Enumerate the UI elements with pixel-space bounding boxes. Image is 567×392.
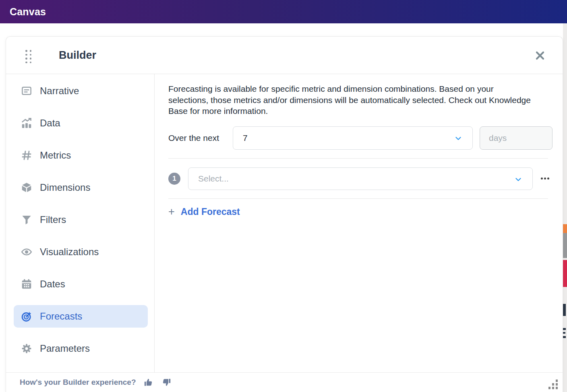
plus-icon: + <box>168 207 175 216</box>
data-icon <box>21 117 33 129</box>
background-fragment <box>563 233 567 258</box>
modal-body: Narrative Data <box>6 74 563 372</box>
close-button[interactable] <box>533 48 547 63</box>
sidebar-item-visualizations[interactable]: Visualizations <box>14 241 148 263</box>
horizon-label: Over the next <box>168 133 226 143</box>
app-topbar: Canvas <box>0 0 567 23</box>
ellipsis-icon <box>544 177 546 179</box>
divider <box>168 158 548 159</box>
modal-header: Builder <box>6 37 563 74</box>
ellipsis-icon <box>547 177 549 179</box>
forecast-metric-select[interactable]: Select... <box>188 167 533 190</box>
background-page-sliver <box>563 23 567 392</box>
chevron-down-icon <box>454 134 463 143</box>
ellipsis-icon <box>541 177 543 179</box>
sidebar-item-label: Narrative <box>40 85 79 97</box>
add-forecast-button[interactable]: + Add Forecast <box>168 206 563 217</box>
horizon-value-select[interactable]: 7 <box>233 126 473 150</box>
sidebar-item-narrative[interactable]: Narrative <box>14 80 148 102</box>
forecast-row: 1 Select... <box>168 167 563 190</box>
chevron-down-icon <box>514 175 523 184</box>
filters-icon <box>21 214 33 226</box>
sidebar-item-label: Filters <box>40 214 66 225</box>
builder-modal: Builder Narrative <box>6 36 563 392</box>
sidebar-item-data[interactable]: Data <box>14 112 148 134</box>
background-fragment <box>563 304 566 316</box>
sidebar-item-label: Metrics <box>40 150 71 161</box>
builder-sidebar: Narrative Data <box>6 74 155 372</box>
forecasts-icon <box>21 310 33 322</box>
forecasting-description: Forecasting is available for specific me… <box>168 83 533 117</box>
background-fragment <box>563 332 565 334</box>
divider <box>168 198 548 199</box>
forecast-horizon-row: Over the next 7 days <box>168 126 563 150</box>
sidebar-item-label: Parameters <box>40 343 90 354</box>
background-fragment <box>563 328 566 330</box>
sidebar-item-metrics[interactable]: Metrics <box>14 144 148 167</box>
sidebar-item-label: Forecasts <box>40 311 82 322</box>
horizon-unit-placeholder: days <box>489 133 507 143</box>
close-icon <box>534 49 546 62</box>
sidebar-item-dimensions[interactable]: Dimensions <box>14 176 148 199</box>
thumbs-up-button[interactable] <box>143 377 154 388</box>
parameters-icon <box>21 342 33 355</box>
background-fragment <box>563 260 567 287</box>
dimensions-icon <box>21 182 33 194</box>
sidebar-item-forecasts[interactable]: Forecasts <box>14 305 148 328</box>
visualizations-icon <box>21 246 33 258</box>
dates-icon <box>21 278 33 290</box>
forecast-index-badge: 1 <box>168 173 180 185</box>
sidebar-item-dates[interactable]: Dates <box>14 273 148 295</box>
sidebar-item-parameters[interactable]: Parameters <box>14 337 148 360</box>
forecast-options-button[interactable] <box>540 175 550 182</box>
add-forecast-label: Add Forecast <box>181 206 240 217</box>
sidebar-item-label: Data <box>40 118 60 129</box>
thumbs-down-button[interactable] <box>161 377 172 388</box>
app-title: Canvas <box>10 6 46 18</box>
modal-title: Builder <box>59 49 96 62</box>
forecast-select-placeholder: Select... <box>198 174 229 184</box>
horizon-unit-field[interactable]: days <box>480 126 553 150</box>
background-fragment <box>563 336 566 338</box>
narrative-icon <box>21 85 33 97</box>
sidebar-item-label: Dates <box>40 279 65 290</box>
horizon-selected-value: 7 <box>243 133 248 143</box>
modal-footer: How's your Builder experience? <box>6 372 563 392</box>
forecasts-panel: Forecasting is available for specific me… <box>155 74 563 372</box>
sidebar-item-label: Visualizations <box>40 246 99 258</box>
drag-handle-icon[interactable] <box>25 50 31 63</box>
resize-handle-icon[interactable] <box>548 380 558 389</box>
background-fragment <box>563 224 567 233</box>
sidebar-item-filters[interactable]: Filters <box>14 208 148 231</box>
metrics-icon <box>21 149 33 161</box>
sidebar-item-label: Dimensions <box>40 182 90 193</box>
feedback-prompt: How's your Builder experience? <box>20 378 136 387</box>
